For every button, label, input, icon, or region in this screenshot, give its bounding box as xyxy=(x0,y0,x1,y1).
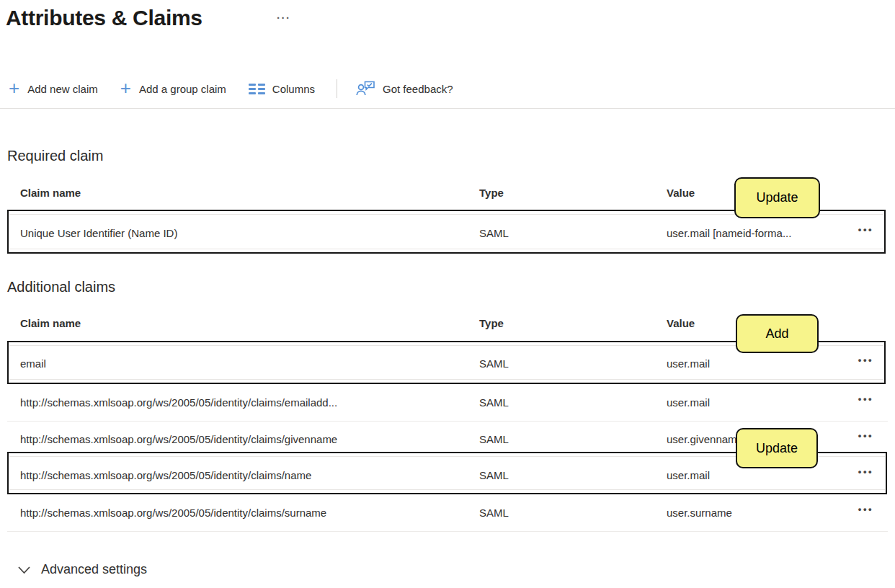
claim-name-cell: http://schemas.xmlsoap.org/ws/2005/05/id… xyxy=(20,433,337,445)
claim-type-cell: SAML xyxy=(479,469,509,481)
claim-type-cell: SAML xyxy=(479,357,509,370)
claim-value-cell: user.surname xyxy=(667,507,732,519)
column-header-value: Value xyxy=(667,317,695,329)
claim-type-cell: SAML xyxy=(479,433,509,445)
row-context-menu-icon[interactable]: ••• xyxy=(858,430,873,441)
column-header-type: Type xyxy=(479,317,504,329)
page-title: Attributes & Claims xyxy=(6,6,202,30)
command-bar: + Add new claim + Add a group claim Colu… xyxy=(7,75,455,102)
column-header-value: Value xyxy=(667,187,695,199)
columns-label: Columns xyxy=(272,83,315,95)
claim-value-cell: user.mail [nameid-forma... xyxy=(667,227,791,239)
got-feedback-button[interactable]: Got feedback? xyxy=(355,77,455,100)
annotation-callout-update-required: Update xyxy=(734,177,820,218)
plus-icon: + xyxy=(120,80,131,96)
advanced-settings-label: Advanced settings xyxy=(41,562,147,577)
column-header-type: Type xyxy=(479,187,504,199)
toolbar-divider xyxy=(337,79,337,98)
add-new-claim-label: Add new claim xyxy=(27,83,98,95)
claim-name-cell: email xyxy=(20,357,46,370)
claim-type-cell: SAML xyxy=(479,507,509,519)
add-new-claim-button[interactable]: + Add new claim xyxy=(7,78,99,99)
row-context-menu-icon[interactable]: ••• xyxy=(858,466,873,477)
claim-type-cell: SAML xyxy=(479,227,509,239)
additional-claims-heading: Additional claims xyxy=(7,279,115,295)
row-context-menu-icon[interactable]: ••• xyxy=(858,224,873,235)
annotation-callout-add-email: Add xyxy=(736,314,819,353)
column-header-claim-name: Claim name xyxy=(20,187,81,199)
row-context-menu-icon[interactable]: ••• xyxy=(858,393,873,404)
got-feedback-label: Got feedback? xyxy=(383,83,453,95)
add-group-claim-label: Add a group claim xyxy=(139,83,226,95)
chevron-down-icon xyxy=(17,565,31,575)
feedback-person-icon xyxy=(356,80,375,97)
claim-value-cell: user.mail xyxy=(667,396,710,409)
row-context-menu-icon[interactable]: ••• xyxy=(858,355,873,365)
claim-name-cell: http://schemas.xmlsoap.org/ws/2005/05/id… xyxy=(20,396,337,409)
required-claim-heading: Required claim xyxy=(7,148,103,164)
claim-name-cell: Unique User Identifier (Name ID) xyxy=(20,227,177,239)
more-options-icon[interactable]: ··· xyxy=(277,12,291,24)
row-divider xyxy=(7,421,888,422)
claim-value-cell: user.givenname xyxy=(667,433,743,445)
columns-button[interactable]: Columns xyxy=(247,80,316,98)
toolbar-divider-line xyxy=(0,108,895,109)
advanced-settings-toggle[interactable]: Advanced settings xyxy=(17,562,147,577)
annotation-callout-update-name: Update xyxy=(736,428,818,468)
claim-name-cell: http://schemas.xmlsoap.org/ws/2005/05/id… xyxy=(20,507,326,519)
plus-icon: + xyxy=(9,80,19,96)
columns-icon xyxy=(249,84,265,94)
claim-value-cell: user.mail xyxy=(667,357,710,370)
claim-value-cell: user.mail xyxy=(667,469,710,481)
column-header-claim-name: Claim name xyxy=(20,317,81,329)
claim-name-cell: http://schemas.xmlsoap.org/ws/2005/05/id… xyxy=(20,469,311,481)
add-group-claim-button[interactable]: + Add a group claim xyxy=(119,78,228,99)
row-context-menu-icon[interactable]: ••• xyxy=(858,504,873,514)
row-divider xyxy=(7,531,888,532)
claim-type-cell: SAML xyxy=(479,396,509,409)
